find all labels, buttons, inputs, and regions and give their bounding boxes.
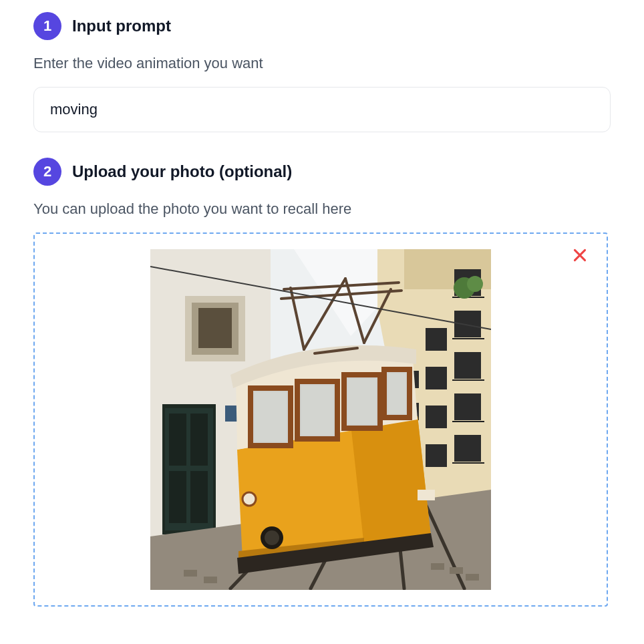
svg-rect-17 (454, 352, 481, 379)
svg-marker-46 (351, 416, 431, 546)
svg-rect-44 (204, 577, 217, 583)
svg-rect-42 (466, 574, 479, 581)
step-input-prompt: 1 Input prompt Enter the video animation… (33, 12, 611, 132)
svg-rect-21 (426, 367, 447, 389)
prompt-input[interactable] (33, 87, 611, 132)
svg-point-59 (265, 530, 279, 545)
svg-rect-40 (431, 563, 444, 570)
step-2-header: 2 Upload your photo (optional) (33, 158, 611, 186)
svg-rect-53 (301, 385, 333, 435)
svg-point-60 (243, 492, 256, 506)
svg-rect-16 (454, 311, 481, 337)
step-number-badge: 2 (33, 158, 61, 186)
step-2-description: You can upload the photo you want to rec… (33, 200, 611, 218)
remove-image-button[interactable] (569, 245, 591, 266)
close-icon (571, 247, 589, 264)
svg-rect-41 (450, 567, 463, 574)
prompt-input-wrap (33, 87, 611, 132)
svg-rect-23 (426, 444, 447, 467)
uploaded-image-preview (150, 249, 491, 590)
step-upload-photo: 2 Upload your photo (optional) You can u… (33, 158, 611, 607)
svg-rect-7 (169, 471, 186, 523)
step-number-badge: 1 (33, 12, 61, 40)
svg-rect-54 (348, 379, 376, 424)
step-1-title: Input prompt (72, 17, 171, 35)
svg-rect-61 (418, 490, 435, 500)
svg-rect-43 (184, 570, 197, 577)
step-1-header: 1 Input prompt (33, 12, 611, 40)
svg-rect-5 (169, 414, 186, 466)
svg-rect-19 (454, 435, 481, 462)
svg-rect-8 (190, 471, 208, 523)
svg-rect-11 (198, 308, 232, 348)
step-1-description: Enter the video animation you want (33, 55, 611, 72)
svg-rect-6 (190, 414, 208, 466)
svg-rect-52 (255, 392, 287, 442)
svg-rect-55 (388, 373, 406, 414)
step-2-title: Upload your photo (optional) (72, 162, 292, 181)
svg-rect-22 (426, 406, 447, 428)
upload-dropzone[interactable] (33, 232, 608, 607)
svg-rect-20 (426, 328, 447, 351)
svg-rect-18 (454, 393, 481, 420)
svg-point-33 (467, 276, 483, 292)
